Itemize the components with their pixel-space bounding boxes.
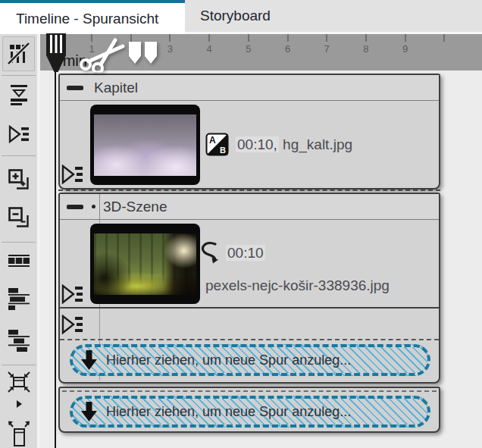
new-track-panel[interactable]: Hierher ziehen, um neue Spur anzuleg... [58,387,440,433]
ruler-tick: 8 [355,34,377,55]
track-state-dot [92,205,95,208]
svg-text:A: A [209,135,216,146]
clip-filename: pexels-nejc-košir-338936.jpg [205,277,390,294]
toolbar-separator [2,75,36,76]
panel-inner-dash [62,390,437,392]
thumbnail-image [94,233,196,295]
drop-down-arrow-icon [80,401,99,423]
ruler-tick: 5 [237,34,260,55]
header-divider [99,194,100,219]
track-title: Kapitel [94,80,138,96]
ruler-tick: 4 [198,34,221,55]
zoom-out-timeline-icon [8,206,30,228]
track-title: 3D-Szene [103,199,167,215]
tab-label: Timeline - Spuransicht [16,11,158,27]
clip-duration: 00:10, [236,136,279,152]
drop-down-arrow-icon [80,349,99,371]
track-content: A B 00:10, hg_kalt.jpg [60,101,439,188]
timeline-workspace[interactable]: Kapitel A B [40,70,482,448]
tab-timeline-spuransicht[interactable]: Timeline - Spuransicht [0,0,185,34]
dropzone-label: Hierher ziehen, um neue Spur anzuleg... [106,352,351,368]
track-panel-kapitel[interactable]: Kapitel A B [58,74,440,190]
toolbar-separator [2,155,36,156]
clip-thumbnail-forest[interactable] [90,224,200,304]
timeline-stagger-view-button[interactable] [2,322,35,359]
track-header[interactable]: Kapitel [60,75,439,101]
append-here-icon[interactable] [61,164,84,184]
insert-track-icon [8,83,30,106]
clip-filename: hg_kalt.jpg [283,136,352,152]
toolbar-separator [2,242,36,243]
toolbar-separator [2,365,36,365]
timeline-compact-view-button[interactable] [2,281,35,316]
collapse-tracks-button[interactable] [2,368,35,413]
track-header[interactable]: 3D-Szene [60,194,439,220]
insert-track-button[interactable] [2,80,35,110]
ruler-tick: 9 [394,34,417,55]
timeline-ruler[interactable]: 123456789 0 min [40,34,482,70]
gutter-divider [99,309,100,339]
ruler-tick: 3 [158,34,181,55]
expand-tracks-button[interactable] [2,419,35,448]
append-here-icon[interactable] [61,315,84,334]
app-window: Timeline - Spuransicht Storyboard [0,0,482,448]
ruler-tick: 7 [315,34,338,55]
hide-tracks-icon [8,42,30,65]
empty-subtrack-row[interactable] [60,309,439,340]
split-markers-icon[interactable] [128,41,160,68]
playhead-line[interactable] [55,70,56,448]
tab-bar: Timeline - Spuransicht Storyboard [0,0,482,34]
hide-tracks-button[interactable] [2,36,35,71]
scissors-cut-icon[interactable] [77,37,127,72]
timeline-compact-view-icon [8,287,30,311]
collapse-tracks-icon [7,370,31,411]
zoom-in-timeline-icon [8,168,30,190]
clip-thumbnail-hg-kalt[interactable] [90,105,200,185]
zoom-in-timeline-button[interactable] [2,163,35,195]
new-track-dropzone-row: Hierher ziehen, um neue Spur anzuleg... [60,340,439,381]
dropzone-label: Hierher ziehen, um neue Spur anzuleg... [106,404,351,420]
track-separator [58,190,440,191]
expand-tracks-icon [7,419,31,448]
clip-label: 00:10, hg_kalt.jpg [236,136,352,153]
append-here-icon[interactable] [61,284,84,304]
collapse-track-button[interactable] [67,86,83,90]
tab-storyboard[interactable]: Storyboard [187,0,482,32]
append-object-icon [8,124,30,145]
tab-label: Storyboard [200,8,271,24]
track-content: 00:10 pexels-nejc-košir-338936.jpg [60,220,439,309]
timeline-toolbar [0,34,37,448]
playhead-marker[interactable] [45,33,67,74]
svg-text:B: B [220,146,226,155]
storyboard-view-icon [8,252,30,271]
append-object-button[interactable] [2,119,35,149]
new-track-dropzone[interactable]: Hierher ziehen, um neue Spur anzuleg... [70,396,430,428]
track-panel-3d-szene[interactable]: 3D-Szene 00:10 [58,193,440,384]
ruler-tick: 6 [277,34,299,55]
timeline-stagger-view-icon [8,328,30,352]
thumbnail-image [94,114,196,176]
zoom-out-timeline-button[interactable] [2,201,35,233]
ruler-tick [433,34,455,43]
dropdown-arrow-icon [17,400,22,408]
new-track-dropzone[interactable]: Hierher ziehen, um neue Spur anzuleg... [70,344,430,376]
storyboard-view-button[interactable] [2,249,35,274]
clip-duration: 00:10 [226,245,265,262]
motion-curve-icon[interactable] [197,241,221,265]
ab-transition-icon[interactable]: A B [205,133,229,156]
collapse-track-button[interactable] [67,205,83,209]
